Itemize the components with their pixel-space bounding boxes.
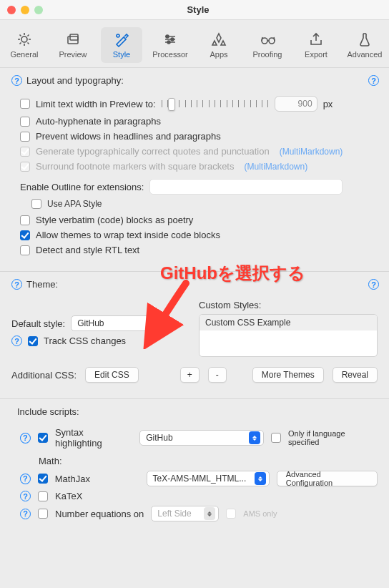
outline-extensions-input[interactable] [149,179,343,195]
help-icon[interactable]: ? [11,279,22,290]
checkbox-only-if-lang[interactable] [271,433,281,443]
mathjax-config-select[interactable]: TeX-AMS-MML_HTML... [147,471,270,486]
tab-label: Advanced [348,50,383,59]
unit-label: px [323,99,333,109]
label-footnote-brackets: Surround footnote markers with square br… [36,161,234,172]
help-icon[interactable]: ? [368,279,379,290]
checkbox-apa-style[interactable] [31,199,41,209]
list-item[interactable]: Custom CSS Example [200,315,377,330]
help-icon[interactable]: ? [20,509,31,519]
label-syntax-highlighting: Syntax highlighting [55,427,132,449]
checkbox-auto-hyphenate[interactable] [20,117,30,127]
tab-label: Proofing [253,50,282,59]
tab-proofing[interactable]: Proofing [247,27,288,63]
svg-point-5 [171,38,174,41]
help-icon[interactable]: ? [368,75,379,86]
remove-style-button[interactable]: - [208,367,227,383]
label-math: Math: [39,456,62,466]
checkbox-poetry[interactable] [20,215,30,225]
label-custom-styles: Custom Styles: [199,300,378,310]
processor-tag: (MultiMarkdown) [280,147,343,157]
section-theme: ? Theme: ? Default style: GitHub ? Track… [0,272,389,399]
tab-label: Preview [59,50,87,59]
minimize-window[interactable] [21,6,29,14]
label-number-equations: Number equations on [55,509,144,519]
checkbox-number-equations[interactable] [38,509,48,519]
export-icon [308,31,324,47]
titlebar: Style [0,0,389,20]
checkbox-syntax-highlighting[interactable] [38,433,48,443]
tab-apps[interactable]: Apps [198,27,240,63]
help-icon[interactable]: ? [20,433,31,444]
label-ams-only: AMS only [243,509,277,518]
help-icon[interactable]: ? [11,75,22,86]
checkbox-rtl[interactable] [20,245,30,255]
help-icon[interactable]: ? [20,491,31,501]
width-slider[interactable] [162,98,269,109]
label-enable-outline: Enable Outline for extensions: [20,182,144,192]
label-only-if-lang: Only if language specified [288,429,378,446]
help-icon[interactable]: ? [20,474,31,484]
apps-icon [211,31,227,47]
edit-css-button[interactable]: Edit CSS [85,367,139,383]
checkbox-footnote-brackets [20,162,30,172]
checkbox-limit-width[interactable] [20,99,30,109]
width-input[interactable] [275,96,317,112]
tab-export[interactable]: Export [295,27,337,63]
svg-point-4 [166,35,169,38]
tab-preview[interactable]: Preview [52,27,94,63]
svg-point-6 [167,41,170,44]
reveal-button[interactable]: Reveal [333,367,378,383]
tools-icon [114,31,129,47]
custom-styles-list[interactable]: Custom CSS Example [199,314,378,357]
chevron-updown-icon [249,431,260,444]
advanced-config-button[interactable]: Advanced Configuration [277,471,378,486]
checkbox-smart-quotes [20,147,30,157]
annotation-text: GitHubを選択する [160,262,305,285]
svg-point-0 [21,36,27,42]
tab-advanced[interactable]: Advanced [344,27,385,63]
tab-general[interactable]: General [4,27,45,63]
label-wrap-code: Allow themes to wrap text inside code bl… [36,230,220,240]
svg-rect-2 [70,34,78,40]
glasses-icon [260,31,275,47]
syntax-style-select[interactable]: GitHub [139,430,264,446]
preferences-toolbar: General Preview Style Processor Apps Pro… [0,20,389,68]
tab-processor[interactable]: Processor [149,27,191,63]
label-smart-quotes: Generate typographically correct quotes … [36,146,270,157]
gear-icon [16,31,32,47]
label-mathjax: MathJax [55,474,139,484]
default-style-select[interactable]: GitHub [71,315,171,331]
window-title: Style [43,4,353,15]
chevron-updown-icon [156,317,167,330]
select-value: GitHub [146,433,172,443]
checkbox-prevent-widows[interactable] [20,132,30,142]
more-themes-button[interactable]: More Themes [252,367,324,383]
tab-style[interactable]: Style [101,27,142,63]
help-icon[interactable]: ? [11,335,22,346]
beaker-icon [357,31,373,47]
section-layout: ? Layout and typography: ? Limit text wi… [0,68,389,272]
tab-label: Style [113,50,130,59]
checkbox-track-css[interactable] [28,336,38,346]
chevron-updown-icon [204,507,215,520]
chevron-updown-icon [255,472,266,485]
select-value: Left Side [157,509,191,519]
tab-label: General [10,50,38,59]
zoom-window[interactable] [34,6,43,14]
windows-icon [65,31,81,47]
label-prevent-widows: Prevent widows in headlines and paragrap… [36,131,221,142]
checkbox-mathjax[interactable] [38,474,48,484]
processor-tag: (MultiMarkdown) [244,162,307,172]
tab-label: Apps [210,50,227,59]
tab-label: Export [305,50,328,59]
label-limit-width: Limit text width in Preview to: [36,99,156,109]
checkbox-wrap-code[interactable] [20,230,30,240]
section-heading: Theme: [26,279,58,290]
equation-side-select[interactable]: Left Side [151,506,219,521]
label-additional-css: Additional CSS: [11,370,77,381]
section-heading: Include scripts: [17,406,79,417]
close-window[interactable] [7,6,16,14]
add-style-button[interactable]: + [180,367,200,383]
checkbox-katex[interactable] [38,491,48,501]
